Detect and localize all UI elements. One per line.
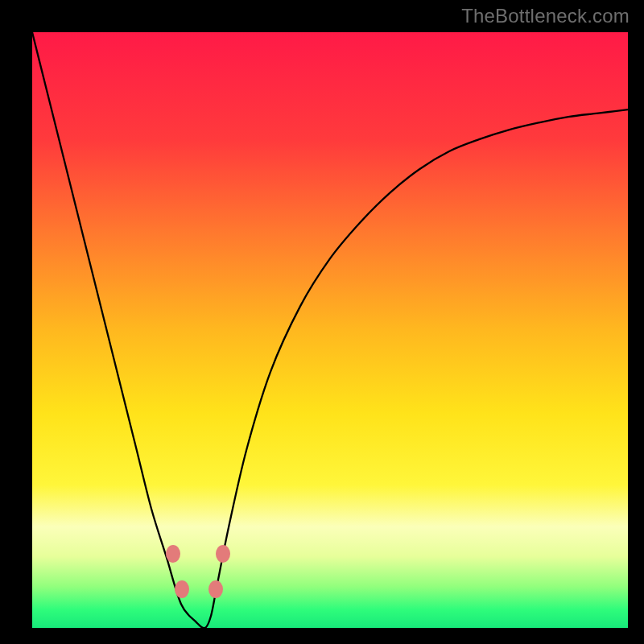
curve-marker xyxy=(216,545,230,563)
curve-marker xyxy=(166,545,180,563)
chart-frame: TheBottleneck.com xyxy=(0,0,644,644)
curve-marker xyxy=(175,580,189,598)
curve-marker xyxy=(208,580,223,598)
bottleneck-curve xyxy=(32,32,628,628)
watermark-label: TheBottleneck.com xyxy=(461,5,630,27)
plot-area xyxy=(32,32,628,628)
